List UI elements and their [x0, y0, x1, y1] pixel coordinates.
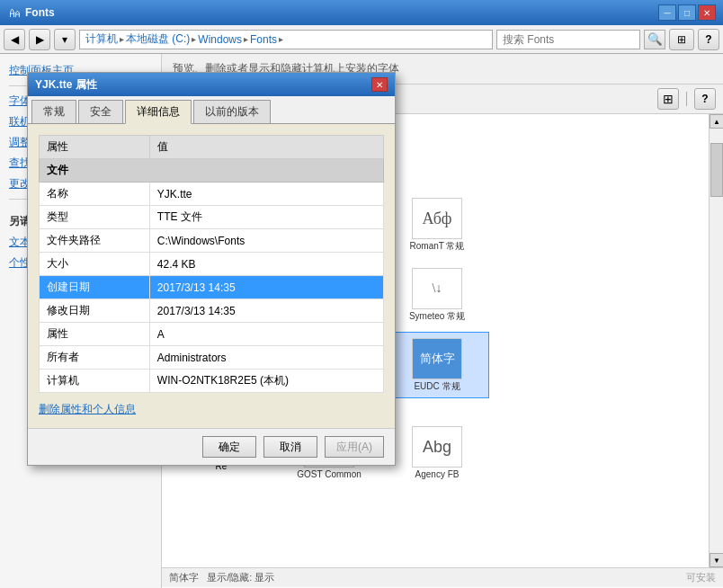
font-icon-agencyfb: Abg — [412, 426, 462, 468]
remove-properties-link[interactable]: 删除属性和个人信息 — [39, 402, 384, 417]
font-item-eudc[interactable]: 简体字 EUDC 常规 — [385, 332, 489, 398]
close-button[interactable]: ✕ — [698, 4, 716, 21]
col-property: 属性 — [40, 136, 150, 159]
status-bar: 简体字 显示/隐藏: 显示 可安装 — [162, 567, 723, 587]
prop-computer: 计算机 — [40, 370, 150, 393]
back-button[interactable]: ◀ — [4, 29, 25, 50]
val-type: TTE 文件 — [149, 206, 383, 229]
dialog-close-button[interactable]: ✕ — [371, 77, 388, 92]
dropdown-button[interactable]: ▾ — [54, 29, 76, 50]
cancel-button[interactable]: 取消 — [263, 436, 317, 458]
val-name: YJK.tte — [149, 183, 383, 206]
table-row: 名称 YJK.tte — [40, 183, 384, 206]
maximize-button[interactable]: □ — [678, 4, 696, 21]
prop-name: 名称 — [40, 183, 150, 206]
address-path[interactable]: 计算机 ▸ 本地磁盘 (C:) ▸ Windows ▸ Fonts ▸ — [79, 30, 493, 49]
title-bar: 🗛 Fonts ─ □ ✕ — [0, 0, 723, 25]
status-font-label: 简体字 — [169, 571, 199, 584]
val-attr: A — [149, 323, 383, 346]
prop-path: 文件夹路径 — [40, 229, 150, 253]
tab-general[interactable]: 常规 — [31, 100, 76, 123]
font-item-romant[interactable]: Абф RomanT 常规 — [385, 192, 489, 258]
val-modified: 2017/3/13 14:35 — [149, 299, 383, 323]
ok-button[interactable]: 确定 — [202, 436, 256, 458]
window-controls: ─ □ ✕ — [658, 4, 716, 21]
forward-button[interactable]: ▶ — [29, 29, 50, 50]
section-title: 文件 — [40, 159, 384, 183]
tab-previous[interactable]: 以前的版本 — [193, 100, 271, 123]
dialog-title-bar: YJK.tte 属性 ✕ — [28, 73, 395, 96]
prop-modified: 修改日期 — [40, 299, 150, 323]
table-row-highlighted: 创建日期 2017/3/13 14:35 — [40, 276, 384, 299]
apply-button[interactable]: 应用(A) — [325, 436, 384, 458]
window-title: Fonts — [25, 6, 658, 19]
view-button[interactable]: ⊞ — [669, 29, 694, 50]
search-button[interactable]: 🔍 — [644, 30, 665, 49]
view-mode-button[interactable]: ⊞ — [657, 88, 679, 110]
table-row: 类型 TTE 文件 — [40, 206, 384, 229]
path-disk[interactable]: 本地磁盘 (C:) — [126, 31, 190, 47]
search-container[interactable] — [496, 30, 640, 49]
dialog-title-text: YJK.tte 属性 — [35, 77, 97, 93]
path-computer[interactable]: 计算机 — [85, 31, 118, 47]
properties-dialog: YJK.tte 属性 ✕ 常规 安全 详细信息 以前的版本 属性 值 文件 名称… — [27, 72, 396, 466]
table-row: 所有者 Administrators — [40, 346, 384, 370]
dialog-content: 属性 值 文件 名称 YJK.tte 类型 TTE 文件 文件夹路径 — [28, 124, 395, 428]
scrollbar[interactable]: ▲ ▼ — [709, 114, 723, 567]
table-row: 属性 A — [40, 323, 384, 346]
table-row: 计算机 WIN-O2NTK18R2E5 (本机) — [40, 370, 384, 393]
scrollbar-thumb[interactable] — [710, 143, 723, 197]
path-fonts[interactable]: Fonts — [250, 33, 277, 46]
font-label-romant: RomanT 常规 — [410, 241, 465, 252]
table-row: 大小 42.4 KB — [40, 253, 384, 276]
properties-table: 属性 值 文件 名称 YJK.tte 类型 TTE 文件 文件夹路径 — [39, 135, 384, 393]
val-created: 2017/3/13 14:35 — [149, 276, 383, 299]
prop-size: 大小 — [40, 253, 150, 276]
font-icon-eudc: 简体字 — [412, 338, 462, 379]
search-input[interactable] — [497, 33, 614, 46]
font-icon-symeteo: \↓ — [412, 268, 462, 309]
dialog-button-bar: 确定 取消 应用(A) — [28, 428, 395, 465]
table-row: 文件夹路径 C:\Windows\Fonts — [40, 229, 384, 253]
font-label-gost: GOST Common — [297, 469, 362, 480]
font-item-agencyfb[interactable]: Abg Agency FB — [385, 420, 489, 486]
prop-owner: 所有者 — [40, 346, 150, 370]
col-value: 值 — [149, 136, 383, 159]
table-row: 修改日期 2017/3/13 14:35 — [40, 299, 384, 323]
status-right: 可安装 — [686, 571, 716, 584]
prop-attr: 属性 — [40, 323, 150, 346]
font-label-eudc: EUDC 常规 — [414, 381, 460, 392]
font-item-symeteo[interactable]: \↓ Symeteo 常规 — [385, 262, 489, 328]
toolbar-sep-2 — [686, 92, 687, 106]
tab-details[interactable]: 详细信息 — [125, 100, 192, 124]
minimize-button[interactable]: ─ — [658, 4, 676, 21]
font-label-symeteo: Symeteo 常规 — [409, 311, 465, 322]
help-button[interactable]: ? — [698, 29, 719, 50]
val-path: C:\Windows\Fonts — [149, 229, 383, 253]
scroll-down-arrow[interactable]: ▼ — [710, 553, 723, 567]
val-owner: Administrators — [149, 346, 383, 370]
prop-type: 类型 — [40, 206, 150, 229]
tab-security[interactable]: 安全 — [78, 100, 123, 123]
help-icon-button[interactable]: ? — [694, 88, 716, 110]
scroll-up-arrow[interactable]: ▲ — [710, 114, 723, 129]
status-separator — [199, 573, 207, 584]
prop-created: 创建日期 — [40, 276, 150, 299]
font-label-agencyfb: Agency FB — [415, 469, 460, 480]
val-computer: WIN-O2NTK18R2E5 (本机) — [149, 370, 383, 393]
font-icon-romant: Абф — [412, 198, 462, 239]
status-display-text: 显示/隐藏: 显示 — [207, 571, 274, 584]
window-icon: 🗛 — [7, 5, 22, 20]
path-windows[interactable]: Windows — [198, 33, 242, 46]
section-header-row: 文件 — [40, 159, 384, 183]
address-bar: ◀ ▶ ▾ 计算机 ▸ 本地磁盘 (C:) ▸ Windows ▸ Fonts … — [0, 25, 723, 54]
val-size: 42.4 KB — [149, 253, 383, 276]
dialog-tabs: 常规 安全 详细信息 以前的版本 — [28, 96, 395, 124]
